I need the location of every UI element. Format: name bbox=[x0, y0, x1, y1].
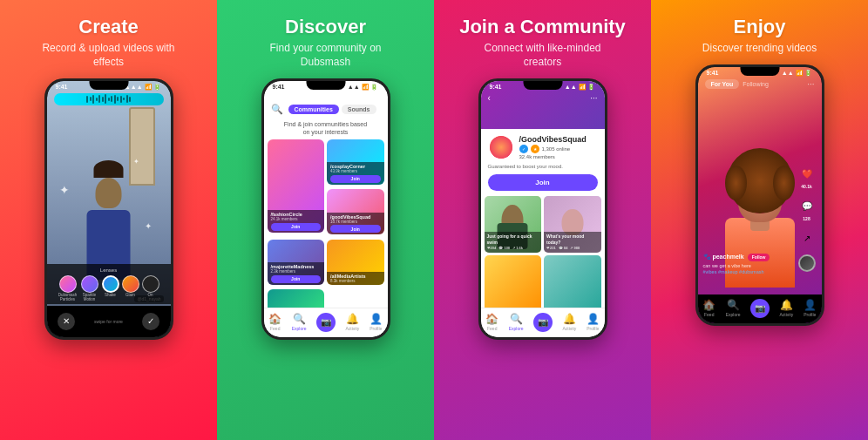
phone-discover: 9:41 ▲▲ 📶 🔋 🔍 Communities Sounds Find & … bbox=[261, 78, 390, 340]
search-icon[interactable]: 🔍 bbox=[271, 104, 283, 115]
for-you-tab[interactable]: For You bbox=[705, 79, 740, 89]
sound-disc[interactable] bbox=[797, 254, 817, 272]
member-count: 32.4k members bbox=[519, 154, 598, 159]
communities-tab[interactable]: Communities bbox=[288, 105, 339, 114]
more-options[interactable]: ··· bbox=[807, 79, 814, 89]
nav-profile[interactable]: 👤 Profile bbox=[370, 313, 383, 331]
panel-title-discover: Discover bbox=[285, 16, 366, 38]
user-handle: 🐾 peachmelk Follow bbox=[703, 254, 791, 261]
tab-pills: Communities Sounds bbox=[288, 105, 376, 114]
following-tab[interactable]: Following bbox=[743, 81, 769, 87]
card-label-fashion: /fashionCircle 24.1k members Join bbox=[268, 210, 325, 233]
phone-notch-2 bbox=[306, 81, 345, 90]
video-grid: Just going for a quick swim ❤ 204 💬 108 … bbox=[481, 196, 605, 312]
panel-subtitle-create: Record & upload videos with effects bbox=[39, 42, 179, 69]
video-thumb-1[interactable]: Just going for a quick swim ❤ 204 💬 108 … bbox=[485, 196, 542, 253]
nav-camera-4[interactable]: 📷 bbox=[750, 299, 770, 318]
panel-discover: Discover Find your community on Dubsmash… bbox=[217, 0, 434, 440]
community-avatar bbox=[488, 134, 514, 160]
panel-create: Create Record & upload videos with effec… bbox=[0, 0, 217, 440]
panel-subtitle-enjoy: Discover trending videos bbox=[702, 42, 817, 56]
nav-profile-4[interactable]: 👤 Profile bbox=[804, 299, 817, 317]
user-info: 🐾 peachmelk Follow can we get a vibe her… bbox=[703, 254, 791, 275]
lenses-bar: Lenses Dubsmash Particles Sparkle Motion bbox=[47, 264, 171, 304]
audio-wave bbox=[54, 93, 164, 105]
card-label-allmedia: /allMediaArtists 8.3k members bbox=[327, 272, 384, 285]
nav-feed[interactable]: 🏠 Feed bbox=[268, 313, 281, 331]
nav-camera-3[interactable]: 📷 bbox=[533, 313, 553, 332]
lens-glam[interactable]: Glam bbox=[122, 275, 139, 302]
community-badges: ✓ ★ 1,305 online bbox=[519, 145, 598, 153]
panel-title-community: Join a Community bbox=[459, 16, 626, 38]
lens-sparkle[interactable]: Sparkle Motion bbox=[80, 275, 99, 302]
community-card-majorette[interactable]: /majoretteMadness 2.3k members Join bbox=[268, 240, 325, 285]
badge-star: ★ bbox=[531, 145, 539, 153]
bottom-nav-community: 🏠 Feed 🔍 Explore 📷 🔔 Activity 👤 Profile bbox=[481, 308, 605, 337]
nav-activity[interactable]: 🔔 Activity bbox=[345, 313, 359, 331]
panel-subtitle-community: Connect with like-minded creators bbox=[473, 42, 613, 69]
sparkle-3: ✦ bbox=[133, 158, 139, 166]
lenses-label: Lenses bbox=[51, 267, 167, 273]
nav-feed-3[interactable]: 🏠 Feed bbox=[485, 313, 498, 331]
nav-explore[interactable]: 🔍 Explore bbox=[292, 313, 307, 331]
panel-title-create: Create bbox=[78, 16, 138, 38]
sounds-tab[interactable]: Sounds bbox=[342, 105, 376, 114]
nav-activity-4[interactable]: 🔔 Activity bbox=[779, 299, 793, 317]
video-feed-bg: 9:41 ▲▲ 📶 🔋 For You Following ··· bbox=[698, 67, 822, 323]
phone-notch-3 bbox=[523, 81, 562, 90]
panel-enjoy: Enjoy Discover trending videos 9:41 ▲▲ 📶… bbox=[651, 0, 868, 440]
bottom-nav-discover: 🏠 Feed 🔍 Explore 📷 🔔 Activity bbox=[264, 308, 388, 337]
lens-shake[interactable]: Shake bbox=[102, 275, 119, 302]
thumb-caption-2: What's your mood today? ❤ 231 💬 84 ↗ 988 bbox=[544, 232, 601, 252]
card-label-vibes: /goodVibesSquad 18.7k members Join bbox=[327, 213, 384, 235]
back-button[interactable]: ‹ bbox=[488, 93, 491, 103]
sparkle-2: ✦ bbox=[145, 221, 152, 231]
discover-subtitle: Find & join communities basedon your int… bbox=[264, 120, 388, 139]
phone-notch bbox=[89, 81, 128, 90]
comment-button[interactable]: 💬 128 bbox=[797, 196, 817, 221]
nav-camera[interactable]: 📷 bbox=[316, 313, 336, 332]
thumb-caption-1: Just going for a quick swim ❤ 204 💬 108 … bbox=[485, 232, 542, 252]
video-caption: can we get a vibe here #vibes #makeup #d… bbox=[703, 263, 791, 275]
badge-verified: ✓ bbox=[519, 145, 528, 153]
thumb-stats-1: ❤ 204 💬 108 ↗ 1.6k bbox=[487, 246, 539, 250]
lens-on[interactable]: On bbox=[142, 275, 159, 302]
community-name: /GoodVibesSquad bbox=[519, 135, 598, 144]
online-count: 1,305 online bbox=[542, 146, 571, 152]
swipe-hint: swipe for more bbox=[94, 319, 123, 324]
video-thumb-2[interactable]: What's your mood today? ❤ 231 💬 84 ↗ 988 bbox=[544, 196, 601, 253]
panel-community: Join a Community Connect with like-minde… bbox=[434, 0, 651, 440]
nav-explore-4[interactable]: 🔍 Explore bbox=[726, 299, 741, 317]
right-actions: ❤️ 40.1k 💬 128 ↗ bbox=[797, 164, 817, 272]
door bbox=[129, 107, 155, 186]
like-button[interactable]: ❤️ 40.1k bbox=[797, 164, 817, 189]
community-card-fashion[interactable]: /fashionCircle 24.1k members Join bbox=[268, 139, 325, 233]
community-desc: Guaranteed to boost your mood. bbox=[481, 164, 605, 173]
video-background: ✦ ✦ ✦ @d1_nayah Lenses Dubsmash Particle… bbox=[47, 81, 171, 337]
video-thumb-3[interactable] bbox=[485, 255, 542, 312]
community-card-cosplay[interactable]: /cosplayCorner 43.9k members Join bbox=[327, 139, 384, 185]
community-info: /GoodVibesSquad ✓ ★ 1,305 online 32.4k m… bbox=[519, 135, 598, 159]
video-thumb-4[interactable] bbox=[544, 255, 601, 312]
phone-enjoy: 9:41 ▲▲ 📶 🔋 For You Following ··· bbox=[695, 64, 824, 326]
share-button[interactable]: ↗ bbox=[797, 228, 817, 247]
community-profile: /GoodVibesSquad ✓ ★ 1,305 online 32.4k m… bbox=[481, 129, 605, 164]
lens-dubsmash[interactable]: Dubsmash Particles bbox=[58, 275, 78, 302]
thumb-stats-2: ❤ 231 💬 84 ↗ 988 bbox=[546, 246, 599, 250]
join-button[interactable]: Join bbox=[488, 174, 598, 191]
cancel-button[interactable]: ✕ bbox=[58, 313, 75, 330]
nav-activity-3[interactable]: 🔔 Activity bbox=[562, 313, 576, 331]
nav-profile-3[interactable]: 👤 Profile bbox=[587, 313, 600, 331]
community-card-allmedia[interactable]: /allMediaArtists 8.3k members bbox=[327, 240, 384, 285]
confirm-button[interactable]: ✓ bbox=[142, 313, 159, 330]
discover-header: 🔍 Communities Sounds bbox=[264, 91, 388, 120]
sparkle-1: ✦ bbox=[59, 183, 70, 197]
nav-explore-3[interactable]: 🔍 Explore bbox=[509, 313, 524, 331]
follow-button[interactable]: Follow bbox=[748, 254, 770, 261]
more-button[interactable]: ··· bbox=[590, 93, 597, 103]
community-card-vibes[interactable]: /goodVibesSquad 18.7k members Join bbox=[327, 189, 384, 234]
card-label-cosplay: /cosplayCorner 43.9k members Join bbox=[327, 162, 384, 185]
phone-create: 9:41 ▲▲▲ 📶 🔋 bbox=[44, 78, 173, 340]
nav-feed-4[interactable]: 🏠 Feed bbox=[702, 299, 715, 317]
bottom-nav-enjoy: 🏠 Feed 🔍 Explore 📷 🔔 Activity bbox=[698, 294, 822, 323]
